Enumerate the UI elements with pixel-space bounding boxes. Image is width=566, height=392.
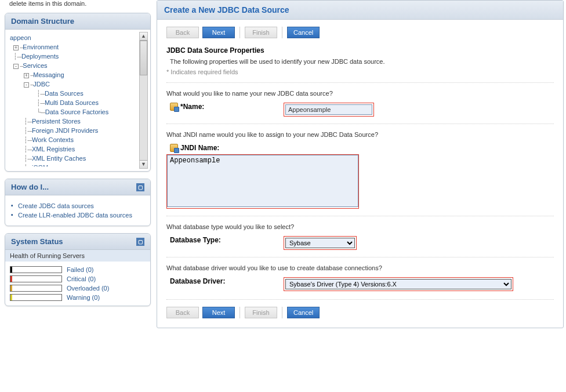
tree-item-jdbc[interactable]: ---JDBC <box>10 79 144 89</box>
name-input[interactable] <box>285 104 372 115</box>
next-button[interactable]: Next <box>202 307 235 318</box>
dbdriver-label: Database Driver: <box>166 277 277 285</box>
dbtype-select[interactable]: Sybase <box>285 238 355 248</box>
button-row-bottom: Back Next Finish Cancel <box>166 307 554 318</box>
tree-item-multi-data-sources[interactable]: ┆---Multi Data Sources <box>10 98 144 107</box>
collapse-panel-icon[interactable]: ▢ <box>136 183 144 191</box>
restart-icon <box>170 103 178 111</box>
collapse-panel-icon[interactable]: ▢ <box>136 238 144 246</box>
tree-item-work-contexts[interactable]: ┆---Work Contexts <box>10 135 144 144</box>
required-note: * Indicates required fields <box>166 68 554 75</box>
tree-item-data-source-factories[interactable]: └---Data Source Factories <box>10 107 144 117</box>
name-field-block: What would you like to name your new JDB… <box>166 82 554 117</box>
tree-item-messaging[interactable]: +--Messaging <box>10 70 144 79</box>
divider <box>240 307 240 318</box>
scroll-up-icon[interactable]: ▲ <box>140 32 147 41</box>
divider <box>240 27 240 38</box>
page-title: Create a New JDBC Data Source <box>157 1 563 20</box>
system-status-panel: System Status ▢ Health of Running Server… <box>5 233 151 306</box>
scroll-thumb[interactable] <box>140 41 147 75</box>
domain-structure-title: Domain Structure <box>5 13 150 30</box>
domain-structure-panel: Domain Structure appeon +--Environment ┆… <box>5 13 151 172</box>
status-bar <box>10 266 62 273</box>
props-desc: The following properties will be used to… <box>166 58 554 65</box>
jndi-question: What JNDI name would you like to assign … <box>166 131 554 138</box>
status-link-critical[interactable]: Critical (0) <box>67 275 96 282</box>
tree-root[interactable]: appeon <box>10 33 144 42</box>
tree-item-services[interactable]: ---Services <box>10 61 144 70</box>
dbdriver-field-block: What database driver would you like to u… <box>166 257 554 291</box>
cancel-button[interactable]: Cancel <box>287 27 320 38</box>
scroll-down-icon[interactable]: ▼ <box>140 160 147 168</box>
expand-icon[interactable]: + <box>24 73 29 78</box>
howdoi-panel: How do I... ▢ Create JDBC data sources C… <box>5 179 151 226</box>
status-row-overloaded: Overloaded (0) <box>5 284 150 293</box>
jndi-label: JNDI Name: <box>166 144 554 152</box>
dbdriver-highlight: Sybase's Driver (Type 4) Versions:6.X <box>284 277 513 291</box>
status-row-critical: Critical (0) <box>5 274 150 284</box>
tree-scrollbar[interactable]: ▲ ▼ <box>139 32 148 169</box>
tree-item-persistent-stores[interactable]: ┆---Persistent Stores <box>10 117 144 126</box>
status-row-failed: Failed (0) <box>5 265 150 274</box>
howdoi-link-2[interactable]: Create LLR-enabled JDBC data sources <box>10 210 146 220</box>
collapse-icon[interactable]: - <box>24 82 29 88</box>
collapse-icon[interactable]: - <box>13 64 19 69</box>
button-row-top: Back Next Finish Cancel <box>166 27 554 38</box>
status-link-warning[interactable]: Warning (0) <box>67 294 100 301</box>
top-note: delete items in this domain. <box>5 0 151 13</box>
howdoi-title: How do I... <box>11 183 49 191</box>
dbdriver-select[interactable]: Sybase's Driver (Type 4) Versions:6.X <box>285 279 511 289</box>
name-highlight <box>284 103 374 117</box>
domain-tree: appeon +--Environment ┆---Deployments --… <box>10 33 146 166</box>
props-title: JDBC Data Source Properties <box>166 46 554 55</box>
name-label: *Name: <box>166 103 277 111</box>
dbtype-field-block: What database type would you like to sel… <box>166 216 554 250</box>
tree-item-foreign-jndi[interactable]: ┆---Foreign JNDI Providers <box>10 126 144 135</box>
tree-item-xml-entity-caches[interactable]: ┆---XML Entity Caches <box>10 154 144 163</box>
tree-item-environment[interactable]: +--Environment <box>10 42 144 52</box>
status-row-warning: Warning (0) <box>5 293 150 302</box>
dbtype-question: What database type would you like to sel… <box>166 223 554 230</box>
finish-button[interactable]: Finish <box>245 27 277 38</box>
status-link-overloaded[interactable]: Overloaded (0) <box>67 285 109 292</box>
dbtype-highlight: Sybase <box>284 236 357 250</box>
cancel-button[interactable]: Cancel <box>287 307 320 318</box>
tree-item-xml-registries[interactable]: ┆---XML Registries <box>10 144 144 154</box>
next-button[interactable]: Next <box>202 27 235 38</box>
expand-icon[interactable]: + <box>13 45 19 50</box>
name-question: What would you like to name your new JDB… <box>166 90 554 97</box>
main-content-panel: Create a New JDBC Data Source Back Next … <box>157 0 564 328</box>
divider <box>282 307 282 318</box>
back-button[interactable]: Back <box>166 27 199 38</box>
dbdriver-question: What database driver would you like to u… <box>166 264 554 271</box>
howdoi-list: Create JDBC data sources Create LLR-enab… <box>10 201 146 220</box>
tree-item-jcom[interactable]: ┆---jCOM <box>10 163 144 166</box>
back-button[interactable]: Back <box>166 307 199 318</box>
jndi-input[interactable] <box>167 155 358 207</box>
status-bar <box>10 294 62 301</box>
system-status-subtitle: Health of Running Servers <box>5 250 150 262</box>
tree-item-data-sources[interactable]: ┆---Data Sources <box>10 89 144 98</box>
jndi-highlight <box>166 154 359 209</box>
restart-icon <box>170 144 178 152</box>
status-bar <box>10 285 62 292</box>
system-status-title: System Status <box>11 237 63 246</box>
howdoi-link-1[interactable]: Create JDBC data sources <box>10 201 146 210</box>
dbtype-label: Database Type: <box>166 236 277 244</box>
status-link-failed[interactable]: Failed (0) <box>67 266 93 273</box>
divider <box>282 27 282 38</box>
tree-item-deployments[interactable]: ┆---Deployments <box>10 52 144 61</box>
finish-button[interactable]: Finish <box>245 307 277 318</box>
status-bar <box>10 275 62 282</box>
jndi-field-block: What JNDI name would you like to assign … <box>166 124 554 209</box>
